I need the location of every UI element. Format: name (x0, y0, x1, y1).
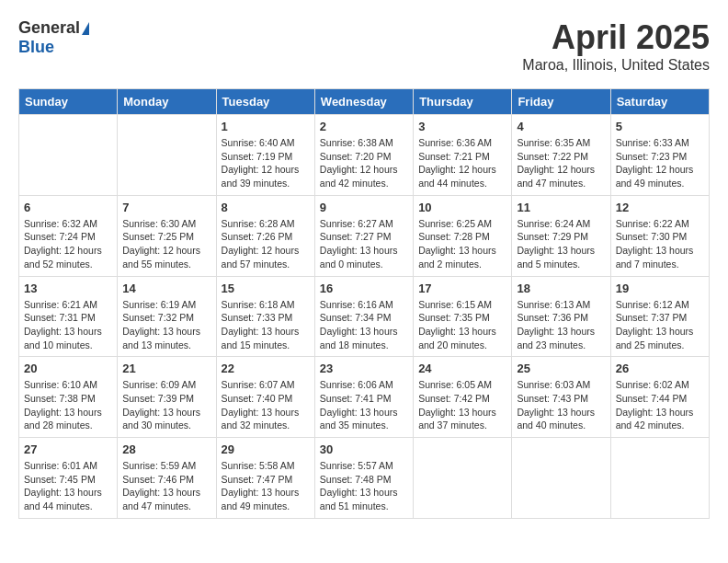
day-info: Sunrise: 6:21 AM Sunset: 7:31 PM Dayligh… (24, 298, 112, 352)
day-info: Sunrise: 6:28 AM Sunset: 7:26 PM Dayligh… (222, 217, 310, 271)
day-info: Sunrise: 5:58 AM Sunset: 7:47 PM Dayligh… (222, 459, 310, 513)
day-info: Sunrise: 6:15 AM Sunset: 7:35 PM Dayligh… (418, 298, 506, 352)
day-number: 20 (24, 362, 112, 375)
day-number: 12 (616, 201, 704, 214)
header-saturday: Saturday (610, 89, 709, 115)
day-info: Sunrise: 6:07 AM Sunset: 7:40 PM Dayligh… (222, 378, 310, 432)
day-number: 9 (320, 201, 408, 214)
day-info: Sunrise: 6:10 AM Sunset: 7:38 PM Dayligh… (24, 378, 112, 432)
header-wednesday: Wednesday (314, 89, 413, 115)
day-number: 2 (320, 120, 408, 133)
table-row: 30Sunrise: 5:57 AM Sunset: 7:48 PM Dayli… (314, 438, 413, 519)
day-number: 22 (222, 362, 310, 375)
day-number: 26 (616, 362, 704, 375)
header-tuesday: Tuesday (216, 89, 314, 115)
table-row: 16Sunrise: 6:16 AM Sunset: 7:34 PM Dayli… (314, 276, 413, 357)
day-number: 16 (320, 282, 408, 295)
day-number: 8 (222, 201, 310, 214)
day-info: Sunrise: 6:05 AM Sunset: 7:42 PM Dayligh… (418, 378, 506, 432)
day-number: 1 (222, 120, 310, 133)
title-area: April 2025 Maroa, Illinois, United State… (522, 18, 710, 74)
logo-blue-text: Blue (18, 38, 54, 57)
table-row: 21Sunrise: 6:09 AM Sunset: 7:39 PM Dayli… (118, 357, 216, 438)
table-row (414, 438, 512, 519)
day-number: 29 (222, 442, 310, 456)
day-number: 19 (616, 282, 704, 295)
table-row: 23Sunrise: 6:06 AM Sunset: 7:41 PM Dayli… (314, 357, 413, 438)
table-row: 25Sunrise: 6:03 AM Sunset: 7:43 PM Dayli… (512, 357, 610, 438)
logo-general-text: General (18, 18, 80, 38)
day-number: 3 (418, 120, 506, 133)
calendar-table: Sunday Monday Tuesday Wednesday Thursday… (18, 88, 710, 519)
day-info: Sunrise: 6:25 AM Sunset: 7:28 PM Dayligh… (418, 217, 506, 271)
day-info: Sunrise: 6:35 AM Sunset: 7:22 PM Dayligh… (517, 136, 605, 190)
table-row: 5Sunrise: 6:33 AM Sunset: 7:23 PM Daylig… (610, 115, 709, 196)
table-row: 15Sunrise: 6:18 AM Sunset: 7:33 PM Dayli… (216, 276, 314, 357)
calendar-header-row: Sunday Monday Tuesday Wednesday Thursday… (19, 89, 710, 115)
day-number: 23 (320, 362, 408, 375)
table-row (118, 115, 216, 196)
table-row: 6Sunrise: 6:32 AM Sunset: 7:24 PM Daylig… (19, 195, 118, 276)
table-row: 14Sunrise: 6:19 AM Sunset: 7:32 PM Dayli… (118, 276, 216, 357)
day-number: 17 (418, 282, 506, 295)
day-number: 18 (517, 282, 605, 295)
calendar-week-row: 20Sunrise: 6:10 AM Sunset: 7:38 PM Dayli… (19, 357, 710, 438)
table-row: 2Sunrise: 6:38 AM Sunset: 7:20 PM Daylig… (314, 115, 413, 196)
header-monday: Monday (118, 89, 216, 115)
day-number: 24 (418, 362, 506, 375)
day-info: Sunrise: 5:57 AM Sunset: 7:48 PM Dayligh… (320, 459, 408, 513)
day-info: Sunrise: 6:16 AM Sunset: 7:34 PM Dayligh… (320, 298, 408, 352)
calendar-week-row: 13Sunrise: 6:21 AM Sunset: 7:31 PM Dayli… (19, 276, 710, 357)
table-row: 17Sunrise: 6:15 AM Sunset: 7:35 PM Dayli… (414, 276, 512, 357)
table-row: 27Sunrise: 6:01 AM Sunset: 7:45 PM Dayli… (19, 438, 118, 519)
table-row: 10Sunrise: 6:25 AM Sunset: 7:28 PM Dayli… (414, 195, 512, 276)
table-row: 29Sunrise: 5:58 AM Sunset: 7:47 PM Dayli… (216, 438, 314, 519)
day-number: 5 (616, 120, 704, 133)
day-info: Sunrise: 6:03 AM Sunset: 7:43 PM Dayligh… (517, 378, 605, 432)
day-info: Sunrise: 6:36 AM Sunset: 7:21 PM Dayligh… (418, 136, 506, 190)
table-row: 7Sunrise: 6:30 AM Sunset: 7:25 PM Daylig… (118, 195, 216, 276)
table-row: 11Sunrise: 6:24 AM Sunset: 7:29 PM Dayli… (512, 195, 610, 276)
location-title: Maroa, Illinois, United States (522, 57, 710, 74)
day-info: Sunrise: 6:09 AM Sunset: 7:39 PM Dayligh… (122, 378, 210, 432)
table-row (19, 115, 118, 196)
day-info: Sunrise: 6:22 AM Sunset: 7:30 PM Dayligh… (616, 217, 704, 271)
day-info: Sunrise: 6:06 AM Sunset: 7:41 PM Dayligh… (320, 378, 408, 432)
table-row: 20Sunrise: 6:10 AM Sunset: 7:38 PM Dayli… (19, 357, 118, 438)
day-info: Sunrise: 5:59 AM Sunset: 7:46 PM Dayligh… (122, 459, 210, 513)
day-number: 11 (517, 201, 605, 214)
day-info: Sunrise: 6:30 AM Sunset: 7:25 PM Dayligh… (122, 217, 210, 271)
table-row: 12Sunrise: 6:22 AM Sunset: 7:30 PM Dayli… (610, 195, 709, 276)
calendar-week-row: 1Sunrise: 6:40 AM Sunset: 7:19 PM Daylig… (19, 115, 710, 196)
day-number: 14 (122, 282, 210, 295)
day-number: 15 (222, 282, 310, 295)
table-row: 28Sunrise: 5:59 AM Sunset: 7:46 PM Dayli… (118, 438, 216, 519)
table-row: 13Sunrise: 6:21 AM Sunset: 7:31 PM Dayli… (19, 276, 118, 357)
day-info: Sunrise: 6:27 AM Sunset: 7:27 PM Dayligh… (320, 217, 408, 271)
day-number: 30 (320, 442, 408, 456)
day-number: 25 (517, 362, 605, 375)
day-number: 27 (24, 442, 112, 456)
header: General Blue April 2025 Maroa, Illinois,… (18, 18, 710, 74)
day-info: Sunrise: 6:01 AM Sunset: 7:45 PM Dayligh… (24, 459, 112, 513)
calendar-week-row: 6Sunrise: 6:32 AM Sunset: 7:24 PM Daylig… (19, 195, 710, 276)
day-info: Sunrise: 6:18 AM Sunset: 7:33 PM Dayligh… (222, 298, 310, 352)
header-sunday: Sunday (19, 89, 118, 115)
day-info: Sunrise: 6:38 AM Sunset: 7:20 PM Dayligh… (320, 136, 408, 190)
day-info: Sunrise: 6:32 AM Sunset: 7:24 PM Dayligh… (24, 217, 112, 271)
table-row: 18Sunrise: 6:13 AM Sunset: 7:36 PM Dayli… (512, 276, 610, 357)
calendar-week-row: 27Sunrise: 6:01 AM Sunset: 7:45 PM Dayli… (19, 438, 710, 519)
table-row: 22Sunrise: 6:07 AM Sunset: 7:40 PM Dayli… (216, 357, 314, 438)
table-row (512, 438, 610, 519)
day-number: 28 (122, 442, 210, 456)
day-info: Sunrise: 6:40 AM Sunset: 7:19 PM Dayligh… (222, 136, 310, 190)
header-friday: Friday (512, 89, 610, 115)
day-number: 6 (24, 201, 112, 214)
table-row: 24Sunrise: 6:05 AM Sunset: 7:42 PM Dayli… (414, 357, 512, 438)
table-row: 3Sunrise: 6:36 AM Sunset: 7:21 PM Daylig… (414, 115, 512, 196)
table-row (610, 438, 709, 519)
day-number: 7 (122, 201, 210, 214)
logo: General Blue (18, 18, 89, 57)
day-number: 4 (517, 120, 605, 133)
logo-triangle-icon (82, 22, 89, 35)
